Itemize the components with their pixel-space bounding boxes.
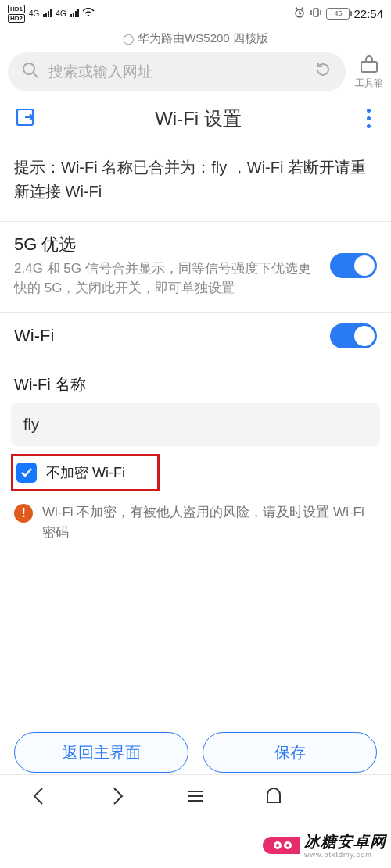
svg-point-2 <box>23 63 34 74</box>
pref5g-title: 5G 优选 <box>14 233 319 256</box>
save-button[interactable]: 保存 <box>203 732 377 773</box>
hd1-badge: HD1 <box>8 5 25 13</box>
bottom-nav <box>0 774 391 820</box>
net-label-1: 4G <box>29 9 39 18</box>
row-5g-pref: 5G 优选 2.4G 和 5G 信号合并显示，同等信号强度下优选更快的 5G，关… <box>0 222 391 312</box>
wifi-signal-icon <box>82 7 95 20</box>
url-row: 搜索或输入网址 工具箱 <box>0 52 391 98</box>
hd-badges: HD1 HD2 <box>8 5 25 23</box>
pref5g-sub: 2.4G 和 5G 信号合并显示，同等信号强度下优选更快的 5G，关闭此开关，即… <box>14 259 319 298</box>
signal-bars-1 <box>43 9 52 17</box>
net-label-2: 4G <box>56 9 66 18</box>
url-bar[interactable]: 搜索或输入网址 <box>8 52 346 91</box>
no-encrypt-label: 不加密 Wi-Fi <box>46 463 125 482</box>
vibrate-icon <box>310 6 322 21</box>
battery-percent: 45 <box>334 9 342 17</box>
svg-rect-1 <box>314 9 318 16</box>
toolbox-icon <box>359 55 379 75</box>
row-wifi: Wi-Fi <box>0 313 391 363</box>
warning-row: ! Wi-Fi 不加密，有被他人盗用的风险，请及时设置 Wi-Fi 密码 <box>0 491 391 542</box>
exit-button[interactable] <box>14 106 36 131</box>
wifi-name-label: Wi-Fi 名称 <box>0 363 391 398</box>
hd2-badge: HD2 <box>8 14 25 23</box>
wifi-name-input[interactable]: fly <box>11 403 380 446</box>
browser-tab-title: ◯华为路由WS5200 四核版 <box>0 27 391 52</box>
clock: 22:54 <box>353 7 383 20</box>
signal-bars-2 <box>70 9 79 17</box>
watermark-brand: 冰糖安卓网 <box>304 831 386 852</box>
battery-icon: 45 <box>326 8 350 20</box>
page-header: Wi-Fi 设置 <box>0 98 391 141</box>
nav-back[interactable] <box>28 785 50 810</box>
watermark-domain: www.btxtdmy.com <box>304 851 372 859</box>
content: 提示：Wi-Fi 名称已合并为：fly ，Wi-Fi 若断开请重新连接 Wi-F… <box>0 141 391 542</box>
toolbox-button[interactable]: 工具箱 <box>355 55 383 90</box>
warning-text: Wi-Fi 不加密，有被他人盗用的风险，请及时设置 Wi-Fi 密码 <box>42 502 377 542</box>
watermark: 冰糖安卓网 www.btxtdmy.com <box>263 827 391 863</box>
globe-icon: ◯ <box>123 33 135 45</box>
page-title: Wi-Fi 设置 <box>36 106 361 131</box>
nav-home[interactable] <box>263 785 285 810</box>
action-buttons: 返回主界面 保存 <box>0 732 391 773</box>
search-icon <box>22 62 39 83</box>
merge-hint: 提示：Wi-Fi 名称已合并为：fly ，Wi-Fi 若断开请重新连接 Wi-F… <box>0 141 391 221</box>
watermark-eyes-icon <box>274 841 292 849</box>
status-bar: HD1 HD2 4G 4G 45 22:54 <box>0 0 391 27</box>
no-encrypt-checkbox[interactable] <box>16 463 37 483</box>
alarm-icon <box>293 6 306 21</box>
wifi-title: Wi-Fi <box>14 326 319 346</box>
check-icon <box>20 466 34 480</box>
nav-forward[interactable] <box>106 785 128 810</box>
toolbox-label: 工具箱 <box>355 77 383 90</box>
status-left: HD1 HD2 4G 4G <box>8 5 95 23</box>
reload-icon[interactable] <box>314 61 332 83</box>
tab-title-text: 华为路由WS5200 四核版 <box>138 31 268 45</box>
wifi-toggle[interactable] <box>330 323 377 348</box>
no-encrypt-row[interactable]: 不加密 Wi-Fi <box>11 454 160 491</box>
watermark-bubble <box>263 837 300 854</box>
pref5g-toggle[interactable] <box>330 253 377 278</box>
more-menu-button[interactable] <box>361 105 377 131</box>
status-right: 45 22:54 <box>293 6 383 21</box>
svg-rect-3 <box>361 62 377 72</box>
nav-menu[interactable] <box>185 785 206 810</box>
warning-icon: ! <box>14 504 33 523</box>
back-home-button[interactable]: 返回主界面 <box>14 732 188 773</box>
url-placeholder: 搜索或输入网址 <box>48 62 305 82</box>
